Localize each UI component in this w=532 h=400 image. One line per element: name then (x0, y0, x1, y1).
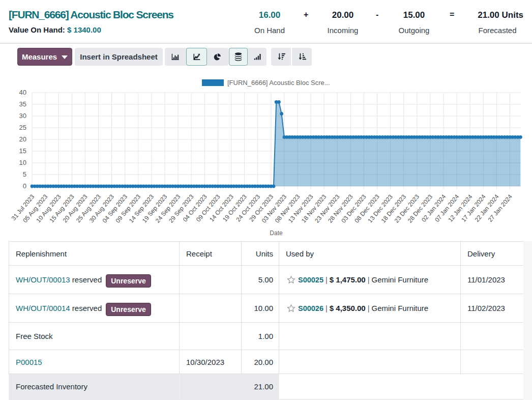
svg-text:0: 0 (23, 182, 26, 190)
svg-text:15: 15 (19, 147, 26, 155)
svg-text:20: 20 (19, 135, 26, 143)
svg-text:[FURN_6666] Acoustic Bloc Scre: [FURN_6666] Acoustic Bloc Scre... (227, 79, 330, 87)
svg-text:40: 40 (19, 89, 26, 96)
svg-text:25: 25 (19, 124, 26, 131)
svg-text:Date: Date (270, 230, 283, 237)
svg-text:10: 10 (19, 159, 26, 166)
svg-text:5: 5 (23, 170, 26, 178)
svg-text:30: 30 (19, 112, 26, 120)
svg-text:35: 35 (19, 100, 26, 108)
